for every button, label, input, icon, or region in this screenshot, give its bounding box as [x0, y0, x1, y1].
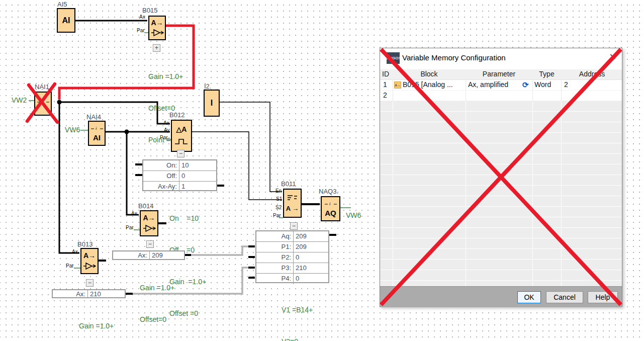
comment-b011: V1 =B14+ V2=0 V3=B13 V4=0 Point =0 — [282, 284, 313, 341]
block-nai1[interactable]: i — [34, 92, 52, 116]
dialog-footer: OK Cancel Help — [380, 286, 622, 307]
network-input-icon: i — [37, 98, 50, 104]
block-ai5[interactable]: AI — [57, 8, 75, 33]
refresh-icon[interactable]: ⟳ — [522, 80, 529, 90]
block-label-i2: I2. — [204, 82, 211, 90]
wire-junction-dot — [125, 130, 129, 134]
block-b012[interactable]: △A — [171, 120, 192, 152]
block-label-ai5: AI5 — [57, 1, 67, 8]
block-naq3[interactable]: i AQ — [321, 196, 340, 221]
close-icon[interactable]: × — [609, 50, 616, 63]
amplifier-icon — [83, 262, 96, 270]
column-separator — [393, 101, 393, 286]
column-header-block[interactable]: Block — [393, 70, 466, 78]
differential-trigger-label-icon: △A — [176, 126, 187, 132]
column-header-parameter[interactable]: Parameter — [466, 70, 532, 78]
block-label-b011: B011 — [281, 180, 296, 188]
block-label-b012: B012 — [169, 111, 185, 119]
table-row: Aq:209 — [256, 231, 328, 242]
multiplexer-icon — [287, 195, 298, 201]
dialog-title: Variable Memory Configuration — [402, 53, 506, 62]
param-box-ax209: Ax: 209 — [112, 250, 185, 260]
table-row[interactable]: 2 — [380, 91, 622, 101]
param-table-b012: On:10 Off:0 Ax-Ay:1 — [142, 159, 217, 191]
svg-text:i: i — [42, 99, 43, 104]
table-header: ID Block Parameter Type Address — [380, 69, 622, 80]
pin-label-ax: Ax — [131, 211, 137, 216]
pin-label-par: Par — [137, 28, 145, 33]
column-header-address[interactable]: Address — [561, 70, 623, 78]
pin-label-ax: Ax — [72, 249, 78, 254]
amplifier-label-icon: A→ — [143, 215, 155, 221]
pulse-icon — [174, 137, 189, 145]
block-nai4[interactable]: i AI — [88, 121, 106, 146]
cell-address: 2 — [564, 80, 568, 89]
param-table-b011: Aq:209 P1:209 P2:0 P3:210 P4:0 — [255, 230, 329, 283]
param-box-ax210: Ax: 210 — [52, 289, 126, 298]
memory-ref-vw2: VW2 — [12, 96, 27, 104]
digital-input-icon: I — [211, 99, 213, 108]
cell-parameter: Ax, amplified — [468, 80, 508, 89]
column-separator — [466, 80, 466, 101]
table-row: P4:0 — [256, 274, 328, 284]
block-b014[interactable]: A→ — [140, 210, 158, 236]
wire-nai4-b014-ax[interactable] — [127, 132, 139, 215]
analog-input-icon: AI — [62, 16, 70, 25]
collapse-icon[interactable]: − — [146, 240, 154, 248]
pin-label-en: En — [275, 189, 282, 194]
table-row: On:10 — [143, 160, 216, 171]
column-header-type[interactable]: Type — [532, 70, 561, 78]
table-row: Off:0 — [143, 171, 216, 182]
table-row[interactable]: 1 A→ B015 [Analog ... Ax, amplified ⟳ Wo… — [380, 80, 622, 91]
collapse-icon[interactable]: − — [290, 222, 298, 230]
comment-b012: On =10 Off =0 Gain =1.0+ Offset =0 Point… — [169, 192, 206, 341]
cancel-button[interactable]: Cancel — [546, 291, 583, 303]
pin-label-par: Par — [126, 225, 134, 230]
block-label-b013: B013 — [77, 240, 93, 248]
dialog-titlebar[interactable]: LOGO! Variable Memory Configuration × — [380, 48, 622, 69]
block-i2[interactable]: I — [204, 90, 220, 117]
amplifier-block-icon: A→ — [394, 81, 401, 89]
table-row: P2:0 — [256, 252, 328, 263]
variable-memory-configuration-dialog: LOGO! Variable Memory Configuration × ID… — [380, 48, 622, 307]
block-b013[interactable]: A→ — [80, 248, 99, 274]
block-b011[interactable]: A → — [283, 189, 302, 218]
table-row: Ax: 210 — [53, 290, 125, 298]
memory-ref-vw6: VW6 — [346, 211, 361, 219]
pin-label-ay: Ay — [164, 128, 170, 133]
comment-b013-lower: Gain =1.0+ Offset=0 Point =0 — [79, 300, 114, 341]
pin-label-s2: S2 — [275, 205, 282, 210]
amplifier-label-icon: A→ — [151, 20, 163, 26]
table-row: Ax-Ay:1 — [143, 182, 216, 192]
column-separator — [561, 80, 562, 101]
cell-type: Word — [534, 80, 551, 89]
wire-junction-b013-ax[interactable] — [59, 102, 79, 253]
table-empty-area — [380, 101, 622, 286]
amplifier-label-icon: A→ — [83, 252, 96, 259]
block-label-nai1: NAI1 — [35, 83, 49, 91]
column-separator — [393, 80, 393, 101]
amplifier-icon — [151, 29, 164, 36]
column-separator — [466, 101, 466, 286]
help-button[interactable]: Help — [588, 291, 618, 303]
cell-id: 1 — [383, 80, 387, 89]
column-header-id[interactable]: ID — [382, 70, 393, 78]
memory-ref-vw6: VW6 — [65, 126, 80, 134]
network-input-icon: i — [90, 125, 104, 131]
cell-block: B015 [Analog ... — [403, 80, 453, 89]
ok-button[interactable]: OK — [517, 291, 541, 303]
column-separator — [532, 101, 533, 286]
block-label-naq3: NAQ3. — [319, 188, 338, 195]
block-b015[interactable]: A→ — [148, 16, 166, 40]
analog-output-icon: AQ — [325, 209, 336, 217]
cell-id: 2 — [383, 91, 387, 99]
collapse-icon[interactable]: − — [86, 279, 94, 287]
comment-b013-upper: Gain =1.0+ Offset=0 Point =0 — [140, 262, 174, 341]
svg-text:i: i — [96, 126, 97, 131]
pin-label-par: Par — [160, 135, 168, 140]
collapse-icon[interactable]: − — [177, 150, 185, 157]
pin-label-s1: S1 — [276, 197, 282, 202]
pin-label-par: Par — [66, 264, 74, 269]
wire-i2-b011-en[interactable] — [220, 102, 282, 192]
table-row: P1:209 — [256, 242, 328, 252]
